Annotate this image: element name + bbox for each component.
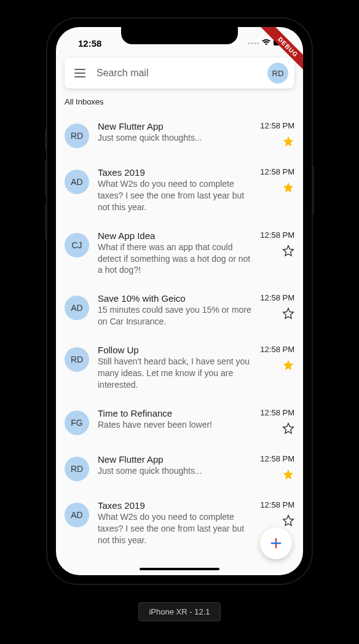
- screen: DEBUG 12:58 RD All Inboxes: [56, 27, 303, 575]
- side-button: [45, 203, 47, 240]
- email-subject: Taxes 2019: [98, 500, 251, 511]
- sender-avatar: AD: [65, 170, 89, 194]
- signal-dots-icon: [248, 42, 259, 44]
- email-time: 12:58 PM: [260, 500, 294, 509]
- email-subject: Taxes 2019: [98, 167, 251, 178]
- email-item[interactable]: RDFollow UpStill haven't heard back, I h…: [56, 336, 303, 399]
- email-content: Time to RefinanceRates have never been l…: [98, 408, 251, 431]
- email-time: 12:58 PM: [260, 293, 294, 302]
- side-button: [45, 129, 47, 151]
- sender-avatar: AD: [65, 503, 89, 527]
- phone-frame: DEBUG 12:58 RD All Inboxes: [47, 18, 312, 584]
- device-label: iPhone XR - 12.1: [138, 602, 220, 621]
- section-label: All Inboxes: [56, 95, 303, 112]
- side-button: [312, 166, 314, 215]
- email-time: 12:58 PM: [260, 345, 294, 354]
- email-time: 12:58 PM: [260, 408, 294, 417]
- home-indicator[interactable]: [140, 568, 219, 570]
- email-subject: New Flutter App: [98, 454, 251, 465]
- email-preview: Just some quick thoughts...: [98, 465, 251, 477]
- email-subject: Follow Up: [98, 345, 251, 355]
- status-time: 12:58: [78, 38, 101, 49]
- sender-avatar: RD: [65, 347, 89, 372]
- email-item[interactable]: ADSave 10% with Geico15 minutes could sa…: [56, 285, 303, 336]
- star-icon[interactable]: [282, 514, 294, 529]
- email-preview: What if there was an app that could dete…: [98, 242, 251, 277]
- email-item[interactable]: CJNew App IdeaWhat if there was an app t…: [56, 222, 303, 285]
- email-time: 12:58 PM: [260, 230, 294, 240]
- email-preview: What W2s do you need to complete taxes? …: [98, 178, 251, 213]
- email-content: Taxes 2019What W2s do you need to comple…: [98, 167, 251, 213]
- email-item[interactable]: RDNew Flutter AppJust some quick thought…: [56, 112, 303, 159]
- star-icon[interactable]: [282, 245, 294, 259]
- email-preview: Still haven't heard back, I have sent yo…: [98, 356, 251, 391]
- email-subject: New App Idea: [98, 230, 251, 241]
- email-meta: 12:58 PM: [260, 230, 294, 259]
- email-content: New Flutter AppJust some quick thoughts.…: [98, 121, 251, 144]
- email-meta: 12:58 PM: [260, 121, 294, 150]
- email-time: 12:58 PM: [260, 167, 294, 176]
- star-icon[interactable]: [282, 181, 294, 196]
- email-item[interactable]: RDNew Flutter AppJust some quick thought…: [56, 446, 303, 492]
- email-content: Follow UpStill haven't heard back, I hav…: [98, 345, 251, 391]
- plus-icon: [269, 536, 283, 550]
- email-item[interactable]: ADTaxes 2019What W2s do you need to comp…: [56, 159, 303, 222]
- email-subject: Time to Refinance: [98, 408, 251, 418]
- email-meta: 12:58 PM: [260, 500, 294, 529]
- email-preview: 15 minutes could save you 15% or more on…: [98, 304, 251, 328]
- email-preview: Just some quick thoughts...: [98, 132, 251, 144]
- email-content: Taxes 2019What W2s do you need to comple…: [98, 500, 251, 546]
- compose-button[interactable]: [260, 527, 292, 559]
- email-preview: Rates have never been lower!: [98, 419, 251, 431]
- wifi-icon: [261, 37, 271, 49]
- sender-avatar: RD: [65, 457, 89, 481]
- email-subject: New Flutter App: [98, 121, 251, 132]
- side-button: [45, 160, 47, 197]
- search-bar: RD: [65, 58, 294, 88]
- email-meta: 12:58 PM: [260, 293, 294, 322]
- star-icon[interactable]: [282, 359, 294, 374]
- sender-avatar: FG: [65, 410, 89, 435]
- email-meta: 12:58 PM: [260, 408, 294, 437]
- sender-avatar: CJ: [65, 233, 89, 257]
- notch: [121, 27, 238, 44]
- email-preview: What W2s do you need to complete taxes? …: [98, 511, 251, 546]
- star-icon[interactable]: [282, 422, 294, 437]
- email-subject: Save 10% with Geico: [98, 293, 251, 304]
- search-input[interactable]: [97, 68, 256, 79]
- email-content: Save 10% with Geico15 minutes could save…: [98, 293, 251, 328]
- star-icon[interactable]: [282, 468, 294, 483]
- star-icon[interactable]: [282, 135, 294, 150]
- email-meta: 12:58 PM: [260, 167, 294, 196]
- email-time: 12:58 PM: [260, 454, 294, 463]
- profile-avatar[interactable]: RD: [267, 63, 288, 84]
- email-list[interactable]: RDNew Flutter AppJust some quick thought…: [56, 112, 303, 575]
- email-content: New App IdeaWhat if there was an app tha…: [98, 230, 251, 277]
- email-time: 12:58 PM: [260, 121, 294, 130]
- email-meta: 12:58 PM: [260, 454, 294, 483]
- star-icon[interactable]: [282, 307, 294, 322]
- email-meta: 12:58 PM: [260, 345, 294, 374]
- sender-avatar: RD: [65, 124, 89, 148]
- menu-icon[interactable]: [74, 69, 85, 77]
- email-content: New Flutter AppJust some quick thoughts.…: [98, 454, 251, 477]
- email-item[interactable]: FGTime to RefinanceRates have never been…: [56, 399, 303, 446]
- sender-avatar: AD: [65, 296, 89, 320]
